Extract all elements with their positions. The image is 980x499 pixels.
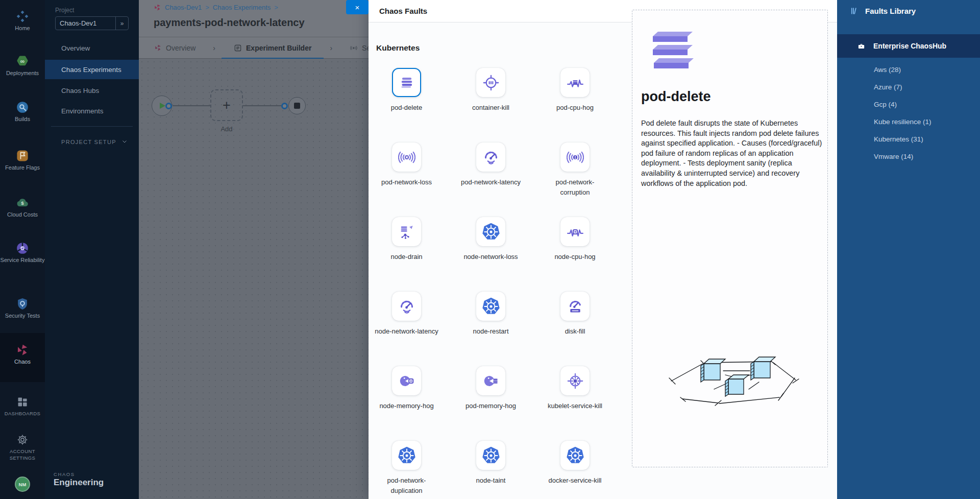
builds-icon bbox=[0, 101, 45, 114]
fault-grid: pod-deletecontainer-killpod-cpu-hogpod-n… bbox=[364, 68, 618, 499]
signal-bang-icon bbox=[567, 149, 584, 166]
rail-item-home[interactable]: Home bbox=[0, 10, 45, 32]
page-title: payments-pod-network-latency bbox=[154, 17, 305, 29]
fault-card-label: kubelet-service-kill bbox=[548, 401, 602, 411]
rail-item-builds[interactable]: Builds bbox=[0, 101, 45, 123]
fault-card-kubelet-service-kill[interactable]: kubelet-service-kill bbox=[537, 366, 614, 441]
k8s-icon bbox=[397, 445, 417, 466]
fault-card-pod-network-corruption[interactable]: pod-network-corruption bbox=[537, 142, 614, 217]
tab-bar: Overview›Experiment Builder›Se bbox=[139, 37, 369, 59]
faults-section-title: Kubernetes bbox=[376, 43, 420, 53]
edge-line bbox=[243, 105, 281, 106]
fault-card-node-network-latency[interactable]: node-network-latency bbox=[369, 292, 445, 366]
end-connector[interactable] bbox=[281, 103, 288, 109]
project-selector[interactable]: Chaos-Dev1 » bbox=[55, 16, 129, 30]
crosshair-gear-icon bbox=[567, 372, 584, 390]
briefcase-icon bbox=[857, 42, 865, 50]
k8s-icon bbox=[481, 445, 501, 466]
fault-card-container-kill[interactable]: container-kill bbox=[453, 68, 529, 142]
fault-card-node-cpu-hog[interactable]: node-cpu-hog bbox=[537, 217, 614, 292]
avatar[interactable]: NM bbox=[15, 477, 30, 492]
tab-se[interactable]: Se bbox=[338, 37, 369, 59]
speedo-signal-icon bbox=[482, 149, 500, 166]
start-connector[interactable] bbox=[165, 103, 172, 109]
close-modal-button[interactable]: × bbox=[346, 0, 369, 14]
fault-card-pod-network-latency[interactable]: pod-network-latency bbox=[453, 142, 529, 217]
faults-library-category-kubernetes[interactable]: Kubernetes (31) bbox=[837, 130, 980, 148]
breadcrumb-project-link[interactable]: Chaos-Dev1 bbox=[165, 4, 202, 11]
sidebar-item-chaos-experiments[interactable]: Chaos Experiments bbox=[45, 60, 139, 79]
fault-card-pod-network-loss[interactable]: pod-network-loss bbox=[369, 142, 445, 217]
cubes-illustration bbox=[654, 342, 805, 416]
library-icon bbox=[850, 7, 859, 15]
fault-card-label: node-network-loss bbox=[463, 252, 518, 262]
breadcrumb-separator: > bbox=[274, 4, 278, 11]
pacman-chip-icon bbox=[398, 372, 415, 390]
expand-panel-button[interactable]: » bbox=[115, 17, 128, 30]
fault-icon bbox=[350, 44, 358, 52]
rail-item-service-reliability[interactable]: Service Reliability bbox=[0, 242, 45, 264]
experiment-canvas[interactable]: + Add bbox=[139, 59, 369, 499]
sidebar-item-chaos-hubs[interactable]: Chaos Hubs bbox=[45, 81, 139, 100]
k8s-icon bbox=[565, 445, 585, 466]
dashboards-icon bbox=[0, 396, 45, 408]
rail-item-chaos[interactable]: Chaos bbox=[0, 343, 45, 365]
tab-overview[interactable]: Overview bbox=[143, 37, 207, 59]
breadcrumb: Chaos-Dev1 > Chaos Experiments > bbox=[154, 4, 278, 11]
fault-card-pod-delete[interactable]: pod-delete bbox=[369, 68, 445, 142]
add-step-button[interactable]: + bbox=[210, 89, 243, 121]
breadcrumb-experiments-link[interactable]: Chaos Experiments bbox=[213, 4, 271, 11]
feature-flags-icon bbox=[0, 149, 45, 162]
rail-item-dashboards[interactable]: DASHBOARDS bbox=[0, 396, 45, 417]
svg-text:∞: ∞ bbox=[20, 58, 25, 65]
add-step-label: Add bbox=[210, 125, 243, 133]
rail-item-cloud-costs[interactable]: $Cloud Costs bbox=[0, 196, 45, 218]
fault-card-label: pod-network-latency bbox=[461, 177, 521, 187]
project-name: Chaos-Dev1 bbox=[56, 19, 115, 27]
fault-card-label: pod-network-loss bbox=[381, 177, 432, 187]
deployments-icon: ∞ bbox=[0, 55, 45, 68]
modal-title: Chaos Faults bbox=[379, 7, 427, 15]
fault-card-label: node-cpu-hog bbox=[554, 252, 595, 262]
fault-card-disk-fill[interactable]: disk-fill bbox=[537, 292, 614, 366]
main-content: Chaos-Dev1 > Chaos Experiments > payment… bbox=[139, 0, 369, 499]
fault-card-pod-cpu-hog[interactable]: pod-cpu-hog bbox=[537, 68, 614, 142]
chevron-right-icon: › bbox=[213, 44, 215, 52]
fault-card-node-network-loss[interactable]: node-network-loss bbox=[453, 217, 529, 292]
rail-item-account-settings[interactable]: ACCOUNT SETTINGS bbox=[0, 434, 45, 461]
pulse-chip-icon bbox=[567, 223, 584, 241]
speedo-signal-icon bbox=[398, 298, 415, 315]
faults-library-category-aws[interactable]: Aws (28) bbox=[837, 61, 980, 78]
fault-card-docker-service-kill[interactable]: docker-service-kill bbox=[537, 441, 614, 499]
svg-text:$: $ bbox=[21, 200, 24, 206]
rail-item-deployments[interactable]: ∞Deployments bbox=[0, 55, 45, 77]
sidebar-item-environments[interactable]: Environments bbox=[45, 101, 139, 121]
faults-library-header: Faults Library bbox=[837, 0, 980, 15]
chaos-icon bbox=[0, 343, 45, 357]
fault-card-node-memory-hog[interactable]: node-memory-hog bbox=[369, 366, 445, 441]
enterprise-chaoshub-item[interactable]: Enterprise ChaosHub bbox=[837, 34, 980, 58]
fault-card-node-restart[interactable]: node-restart bbox=[453, 292, 529, 366]
fault-card-pod-memory-hog[interactable]: pod-memory-hog bbox=[453, 366, 529, 441]
rail-item-feature-flags[interactable]: Feature Flags bbox=[0, 149, 45, 171]
fault-card-label: pod-delete bbox=[391, 103, 422, 113]
fault-card-node-drain[interactable]: node-drain bbox=[369, 217, 445, 292]
faults-library-category-gcp[interactable]: Gcp (4) bbox=[837, 96, 980, 113]
rail-item-security-tests[interactable]: Security Tests bbox=[0, 297, 45, 319]
stop-icon bbox=[294, 103, 300, 109]
chaos-logo-icon bbox=[154, 4, 161, 11]
chevron-down-icon bbox=[121, 138, 128, 146]
sidebar-item-overview[interactable]: Overview bbox=[45, 38, 139, 58]
k8s-icon bbox=[481, 296, 501, 317]
faults-library-category-vmware[interactable]: Vmware (14) bbox=[837, 148, 980, 165]
tab-experiment-builder[interactable]: Experiment Builder bbox=[222, 37, 324, 59]
faults-library-category-azure[interactable]: Azure (7) bbox=[837, 78, 980, 96]
end-node[interactable] bbox=[288, 97, 306, 114]
fault-card-node-taint[interactable]: node-taint bbox=[453, 441, 529, 499]
plus-icon: + bbox=[223, 99, 231, 112]
fault-card-pod-network-duplication[interactable]: pod-network-duplication bbox=[369, 441, 445, 499]
project-panel: Project Chaos-Dev1 » OverviewChaos Exper… bbox=[45, 0, 139, 499]
faults-library-category-kube-resilience[interactable]: Kube resilience (1) bbox=[837, 113, 980, 130]
service-reliability-icon bbox=[0, 242, 45, 255]
project-setup-toggle[interactable]: PROJECT SETUP bbox=[61, 138, 128, 146]
